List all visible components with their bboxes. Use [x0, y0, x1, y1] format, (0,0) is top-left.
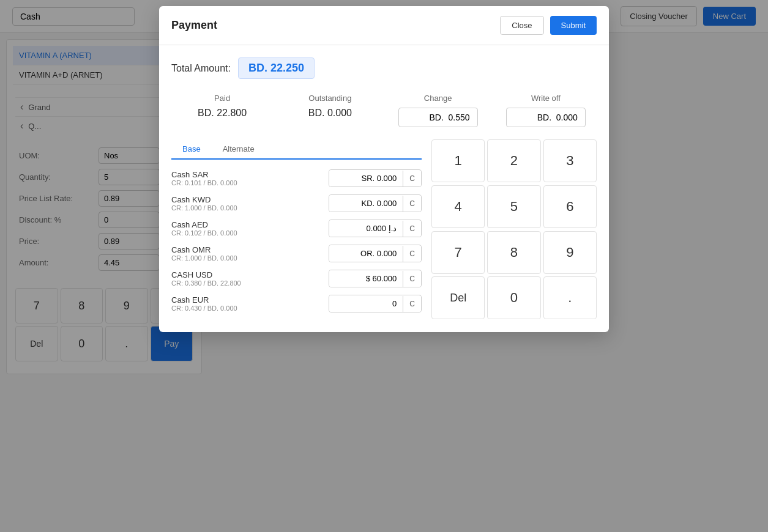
tab-alternate[interactable]: Alternate — [212, 139, 266, 160]
cash-omr-name: Cash OMR — [171, 245, 329, 254]
change-label: Change — [424, 94, 452, 103]
write-off-label: Write off — [531, 94, 561, 103]
cash-sar-clear[interactable]: C — [403, 171, 421, 187]
cash-eur-info: Cash EUR CR: 0.430 / BD. 0.000 — [171, 295, 329, 312]
paid-label: Paid — [214, 94, 230, 103]
cash-eur-name: Cash EUR — [171, 295, 329, 305]
modal-body: Total Amount: BD. 22.250 Paid BD. 22.800… — [159, 45, 609, 332]
cash-omr-input[interactable] — [329, 245, 403, 262]
cash-eur-rate: CR: 0.430 / BD. 0.000 — [171, 305, 329, 312]
paid-col: Paid BD. 22.800 — [171, 94, 273, 127]
cash-sar-input-wrap: C — [329, 169, 422, 187]
modal-header-buttons: Close Submit — [500, 16, 597, 35]
cash-aed-rate: CR: 0.102 / BD. 0.000 — [171, 229, 329, 237]
cash-kwd-info: Cash KWD CR: 1.000 / BD. 0.000 — [171, 195, 329, 212]
numpad-key-7[interactable]: 7 — [431, 231, 485, 274]
cash-eur-clear[interactable]: C — [403, 296, 421, 312]
payment-modal: Payment Close Submit Total Amount: BD. 2… — [159, 6, 609, 332]
cash-aed-input[interactable] — [329, 220, 403, 237]
cash-kwd-rate: CR: 1.000 / BD. 0.000 — [171, 204, 329, 212]
payment-methods: Base Alternate Cash SAR CR: 0.101 / BD. … — [171, 139, 422, 320]
total-amount-row: Total Amount: BD. 22.250 — [171, 57, 597, 79]
cash-usd-rate: CR: 0.380 / BD. 22.800 — [171, 279, 329, 287]
numpad-key-del[interactable]: Del — [431, 276, 485, 319]
cash-omr-clear[interactable]: C — [403, 246, 421, 262]
cash-kwd-name: Cash KWD — [171, 195, 329, 204]
payment-row-cash-eur: Cash EUR CR: 0.430 / BD. 0.000 C — [171, 295, 422, 312]
outstanding-label: Outstanding — [308, 94, 351, 103]
outstanding-value: BD. 0.000 — [308, 108, 352, 119]
cash-kwd-clear[interactable]: C — [403, 196, 421, 212]
numpad-key-8[interactable]: 8 — [487, 231, 540, 274]
payment-row-cash-kwd: Cash KWD CR: 1.000 / BD. 0.000 C — [171, 194, 422, 212]
cash-aed-name: Cash AED — [171, 220, 329, 229]
summary-row: Paid BD. 22.800 Outstanding BD. 0.000 Ch… — [171, 94, 597, 127]
tabs-row: Base Alternate — [171, 139, 422, 160]
cash-eur-input[interactable] — [329, 295, 403, 312]
write-off-col: Write off — [495, 94, 597, 127]
cash-usd-input[interactable] — [329, 270, 403, 287]
cash-aed-info: Cash AED CR: 0.102 / BD. 0.000 — [171, 220, 329, 237]
cash-omr-input-wrap: C — [329, 245, 422, 262]
numpad-key-dot[interactable]: . — [543, 276, 597, 319]
cash-usd-input-wrap: C — [329, 270, 422, 287]
cash-usd-info: CASH USD CR: 0.380 / BD. 22.800 — [171, 270, 329, 287]
cash-omr-rate: CR: 1.000 / BD. 0.000 — [171, 254, 329, 262]
modal-submit-button[interactable]: Submit — [550, 16, 597, 35]
tab-base[interactable]: Base — [171, 139, 212, 160]
cash-kwd-input[interactable] — [329, 195, 403, 212]
cash-usd-name: CASH USD — [171, 270, 329, 279]
change-input[interactable] — [398, 108, 478, 127]
numpad-key-5[interactable]: 5 — [487, 185, 540, 228]
numpad-key-6[interactable]: 6 — [543, 185, 597, 228]
cash-usd-clear[interactable]: C — [403, 271, 421, 287]
numpad-key-2[interactable]: 2 — [487, 139, 540, 182]
numpad-key-1[interactable]: 1 — [431, 139, 485, 182]
cash-eur-input-wrap: C — [329, 295, 422, 312]
numpad: 1 2 3 4 5 6 7 8 9 Del 0 . — [431, 139, 597, 320]
numpad-key-9[interactable]: 9 — [543, 231, 597, 274]
change-col: Change — [387, 94, 489, 127]
cash-sar-input[interactable] — [329, 170, 403, 187]
payment-row-cash-omr: Cash OMR CR: 1.000 / BD. 0.000 C — [171, 245, 422, 262]
payment-row-cash-aed: Cash AED CR: 0.102 / BD. 0.000 C — [171, 220, 422, 237]
numpad-key-4[interactable]: 4 — [431, 185, 485, 228]
modal-header: Payment Close Submit — [159, 6, 609, 45]
payment-row-cash-usd: CASH USD CR: 0.380 / BD. 22.800 C — [171, 270, 422, 287]
total-amount-value: BD. 22.250 — [238, 57, 315, 79]
cash-kwd-input-wrap: C — [329, 194, 422, 212]
modal-title: Payment — [171, 19, 217, 32]
modal-close-button[interactable]: Close — [500, 16, 543, 35]
cash-sar-info: Cash SAR CR: 0.101 / BD. 0.000 — [171, 170, 329, 187]
total-amount-label: Total Amount: — [171, 63, 231, 74]
cash-sar-name: Cash SAR — [171, 170, 329, 179]
numpad-key-3[interactable]: 3 — [543, 139, 597, 182]
outstanding-col: Outstanding BD. 0.000 — [279, 94, 381, 127]
main-content-row: Base Alternate Cash SAR CR: 0.101 / BD. … — [171, 139, 597, 320]
cash-aed-input-wrap: C — [329, 220, 422, 237]
modal-overlay: Payment Close Submit Total Amount: BD. 2… — [0, 0, 768, 532]
cash-aed-clear[interactable]: C — [403, 221, 421, 237]
payment-row-cash-sar: Cash SAR CR: 0.101 / BD. 0.000 C — [171, 169, 422, 187]
cash-omr-info: Cash OMR CR: 1.000 / BD. 0.000 — [171, 245, 329, 262]
paid-value: BD. 22.800 — [198, 108, 247, 119]
cash-sar-rate: CR: 0.101 / BD. 0.000 — [171, 179, 329, 187]
write-off-input[interactable] — [506, 108, 586, 127]
numpad-key-0[interactable]: 0 — [487, 276, 540, 319]
